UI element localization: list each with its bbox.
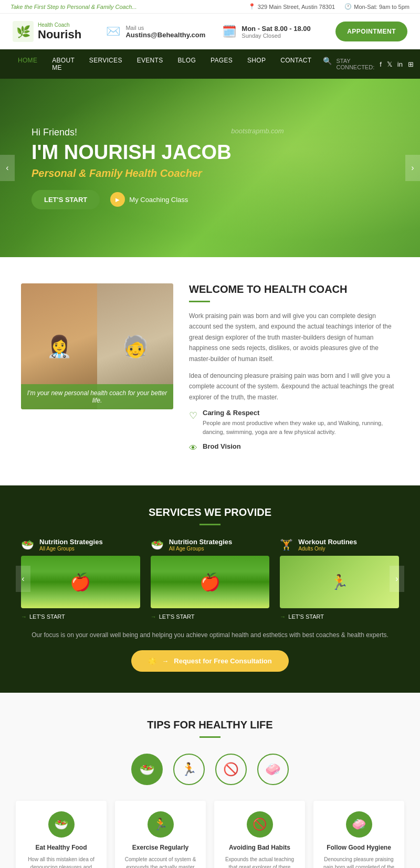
nav-services[interactable]: SERVICES — [82, 49, 130, 79]
tip-title-1: Eat Healthy Food — [23, 844, 99, 851]
logo-sub: Health Coach — [38, 22, 81, 28]
image-caption: I'm your new personal health coach for y… — [21, 384, 173, 409]
tips-title: TIPS FOR HEALTHY LIFE — [16, 719, 404, 731]
logo-main: Nourish — [38, 28, 81, 41]
nav-links: HOME ABOUT ME SERVICES EVENTS BLOG PAGES… — [10, 49, 336, 79]
linkedin-link[interactable]: in — [397, 60, 403, 68]
consultation-button[interactable]: 🌟 → Request for Free Consultation — [131, 650, 288, 672]
tips-title-underline — [200, 736, 220, 738]
mail-value: Austins@Behealthy.com — [125, 31, 205, 39]
services-footer-text: Our focus is on your overall well being … — [16, 630, 404, 640]
mail-contact: ✉️ Mail us Austins@Behealthy.com — [106, 25, 205, 39]
feature1-title: Caring & Respect — [203, 409, 399, 417]
service-1-link[interactable]: LET'S START — [21, 613, 140, 620]
tip-title-2: Exercise Regularly — [122, 844, 198, 851]
service-2-name: Nutrition Strategies — [169, 538, 233, 546]
service-2-icon: 🥗 — [151, 538, 164, 551]
lets-start-button[interactable]: LET'S START — [32, 190, 100, 209]
tip-title-3: Avoiding Bad Habits — [222, 844, 298, 851]
tip-circle-4: 🧼 — [257, 754, 289, 785]
coaching-button[interactable]: ▶ My Coaching Class — [110, 192, 188, 207]
tip-desc-4: Denouncing pleasure praising pain born w… — [321, 855, 397, 868]
twitter-link[interactable]: 𝕏 — [387, 60, 392, 68]
welcome-images: 👩‍⚕️ 🧓 I'm your new personal health coac… — [21, 283, 173, 409]
tip-circle-1: 🥗 — [131, 754, 163, 785]
title-underline — [189, 301, 210, 302]
service-1-icon: 🥗 — [21, 538, 34, 551]
welcome-text: WELCOME TO HEALTH COACH Work praising pa… — [189, 283, 399, 459]
feature-caring-text: Caring & Respect People are most product… — [203, 409, 399, 436]
services-grid: 🥗 Nutrition Strategies All Age Groups LE… — [16, 538, 404, 620]
welcome-title: WELCOME TO HEALTH COACH — [189, 283, 399, 295]
hero-name: I'M NOURISH JACOB — [32, 142, 232, 162]
service-1-sub: All Age Groups — [39, 546, 103, 552]
service-3-header: 🏋️ Workout Routines Adults Only — [280, 538, 399, 552]
rss-link[interactable]: ⊞ — [408, 60, 414, 68]
service-card-2: 🥗 Nutrition Strategies All Age Groups LE… — [145, 538, 275, 620]
main-nav: HOME ABOUT ME SERVICES EVENTS BLOG PAGES… — [0, 49, 420, 79]
coaching-label: My Coaching Class — [129, 196, 188, 204]
stay-connected-label: STAY CONNECTED: — [336, 58, 374, 70]
nav-home[interactable]: HOME — [10, 49, 45, 79]
nav-shop[interactable]: SHOP — [240, 49, 273, 79]
header: 🌿 Health Coach Nourish ✉️ Mail us Austin… — [0, 14, 420, 49]
tip-img-4: 🧼 — [346, 811, 372, 838]
service-card-1: 🥗 Nutrition Strategies All Age Groups LE… — [16, 538, 145, 620]
tip-icon-3: 🚫 — [215, 754, 247, 785]
clock-icon: 🕐 — [344, 3, 352, 10]
service-2-link[interactable]: LET'S START — [151, 613, 270, 620]
services-prev-button[interactable]: ‹ — [16, 566, 30, 592]
tips-cards: 🥗 Eat Healthy Food How all this mistaken… — [16, 801, 404, 868]
nav-pages[interactable]: PAGES — [203, 49, 240, 79]
tips-icons-row: 🥗 🏃 🚫 🧼 — [16, 754, 404, 785]
nav-blog[interactable]: BLOG — [171, 49, 204, 79]
service-2-sub: All Age Groups — [169, 546, 233, 552]
welcome-section: 👩‍⚕️ 🧓 I'm your new personal health coac… — [0, 257, 420, 485]
nav-about[interactable]: ABOUT ME — [45, 49, 82, 79]
feature-vision-text: Brod Vision — [203, 442, 241, 452]
hero-content: Hi Friends! I'M NOURISH JACOB Personal &… — [0, 106, 263, 230]
logo-text: Health Coach Nourish — [38, 22, 81, 41]
service-3-image — [280, 556, 399, 608]
tip-desc-3: Expounds the actual teaching that great … — [222, 855, 298, 868]
tip-circle-3: 🚫 — [215, 754, 247, 785]
hero-section: ‹ Hi Friends! I'M NOURISH JACOB Personal… — [0, 79, 420, 257]
tip-icon-2: 🏃 — [173, 754, 205, 785]
feature1-desc: People are most productive when they wak… — [203, 419, 399, 436]
consultation-icon: 🌟 — [148, 657, 156, 665]
appointment-button[interactable]: APPOINTMENT — [335, 22, 407, 41]
tip-card-1: 🥗 Eat Healthy Food How all this mistaken… — [16, 801, 107, 868]
tip-img-3: 🚫 — [247, 811, 273, 838]
services-section: SERVICES WE PROVIDE ‹ 🥗 Nutrition Strate… — [0, 485, 420, 693]
search-icon[interactable]: 🔍 — [319, 49, 336, 79]
facebook-link[interactable]: f — [380, 60, 382, 68]
tip-card-2: 🏃 Exercise Regularly Complete account of… — [115, 801, 206, 868]
service-1-header: 🥗 Nutrition Strategies All Age Groups — [21, 538, 140, 552]
hero-subtitle-2: Health Coacher — [125, 167, 202, 179]
service-3-link[interactable]: LET'S START — [280, 613, 399, 620]
tip-title-4: Follow Good Hygiene — [321, 844, 397, 851]
play-icon: ▶ — [110, 192, 125, 207]
hero-next-button[interactable]: › — [405, 155, 420, 181]
image-collage: 👩‍⚕️ 🧓 I'm your new personal health coac… — [21, 283, 173, 409]
logo: 🌿 Health Coach Nourish — [13, 21, 81, 42]
nav-contact[interactable]: CONTACT — [273, 49, 319, 79]
nav-events[interactable]: EVENTS — [130, 49, 171, 79]
service-1-name: Nutrition Strategies — [39, 538, 103, 546]
hero-greeting: Hi Friends! — [32, 127, 232, 138]
services-next-button[interactable]: › — [390, 566, 404, 592]
hours-contact: 🗓️ Mon - Sat 8.00 - 18.00 Sunday Closed — [222, 25, 311, 39]
service-2-image — [151, 556, 270, 608]
tip-img-1: 🥗 — [48, 811, 75, 838]
tip-card-3: 🚫 Avoiding Bad Habits Expounds the actua… — [214, 801, 305, 868]
arrow-icon: → — [162, 657, 169, 665]
feature2-title: Brod Vision — [203, 442, 241, 450]
service-card-3: 🏋️ Workout Routines Adults Only LET'S ST… — [275, 538, 404, 620]
top-contact-info: 📍 329 Main Street, Austin 78301 🕐 Mon-Sa… — [248, 3, 410, 10]
hours-icon: 🗓️ — [222, 25, 236, 38]
heart-icon: ♡ — [189, 410, 197, 421]
hero-buttons: LET'S START ▶ My Coaching Class — [32, 190, 232, 209]
service-3-icon: 🏋️ — [280, 538, 293, 551]
mail-label: Mail us — [125, 25, 205, 31]
services-title: SERVICES WE PROVIDE — [16, 506, 404, 518]
